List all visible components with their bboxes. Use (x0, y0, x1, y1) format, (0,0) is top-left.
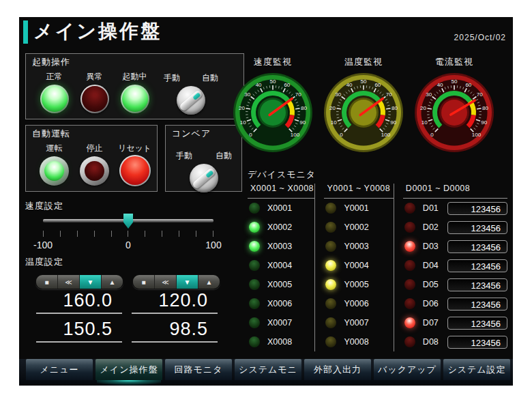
reset-button-cap (121, 156, 149, 185)
svg-text:10: 10 (331, 119, 337, 126)
svg-text:60: 60 (465, 82, 471, 88)
yellow-led-off (325, 241, 336, 252)
temp-button-group-1: ■≪▼▲ (35, 274, 123, 289)
lamp-label: 異常 (74, 71, 115, 83)
knob-handle (192, 167, 216, 190)
slider-ticks (43, 231, 213, 237)
svg-text:10: 10 (240, 119, 246, 126)
lamp-bulb-on (122, 86, 148, 112)
slider-thumb[interactable] (123, 214, 133, 229)
device-value-box[interactable]: 123456 (447, 202, 507, 215)
device-label: Y0006 (344, 299, 368, 308)
device-row: Y0005 (324, 275, 393, 294)
speed-slider[interactable]: -100 0 100 (43, 214, 213, 252)
device-label: D06 (423, 299, 439, 308)
lamp-label: 起動中 (115, 71, 155, 83)
device-value-box[interactable]: 123456 (447, 317, 507, 330)
knob-handle (179, 89, 203, 112)
svg-text:70: 70 (477, 91, 483, 98)
device-label: D02 (423, 222, 439, 232)
green-led-off (249, 260, 260, 271)
button-label: 運転 (34, 143, 74, 154)
rotary-knob[interactable] (177, 86, 205, 115)
start-mode-switch[interactable]: 手動 自動 (162, 72, 220, 115)
temp-seg-fast-button[interactable]: ≪ (58, 275, 80, 289)
device-row: X0007 (248, 313, 314, 332)
tab-0[interactable]: メニュー (26, 359, 93, 380)
dm-column-header: Y0001 ~ Y0008 (324, 184, 393, 199)
dm-column-1: Y0001 ~ Y0008Y0001Y0002Y0003Y0004Y0005Y0… (314, 184, 393, 351)
device-row: X0002 (248, 218, 314, 237)
device-value-box[interactable]: 123456 (447, 221, 507, 234)
red-led-on (404, 317, 415, 328)
rotary-knob[interactable] (190, 164, 218, 192)
push-button-lamp[interactable] (40, 156, 69, 186)
temp-seg-down-button[interactable]: ▼ (177, 275, 198, 289)
slider-mid-label: 0 (113, 240, 144, 250)
svg-text:70: 70 (295, 91, 301, 98)
device-value-box[interactable]: 123456 (447, 259, 507, 272)
slider-tick (128, 231, 128, 237)
device-value-box[interactable]: 123456 (447, 278, 507, 291)
device-label: Y0008 (344, 337, 368, 347)
indicator-unit-1: 異常 (74, 71, 115, 113)
temp-seg-up-button[interactable]: ▲ (198, 275, 220, 289)
temp-seg-down-button[interactable]: ▼ (80, 275, 102, 289)
speed-setting-title: 速度設定 (25, 200, 63, 212)
device-label: Y0007 (344, 318, 368, 328)
device-value-box[interactable]: 123456 (447, 298, 507, 311)
svg-text:90: 90 (299, 119, 306, 126)
indicator-lamp (80, 85, 109, 113)
dm-column-0: X0001 ~ X0008X0001X0002X0003X0004X0005X0… (248, 184, 314, 351)
device-row: Y0006 (324, 294, 393, 313)
svg-text:80: 80 (391, 105, 398, 111)
svg-text:20: 20 (329, 105, 336, 111)
temp-seg-up-button[interactable]: ▲ (102, 275, 123, 289)
tab-4[interactable]: 外部入出力 (304, 359, 371, 380)
date-display: 2025/Oct/02 (454, 33, 506, 42)
device-row: Y0007 (324, 313, 393, 332)
reset-button[interactable] (119, 155, 151, 186)
svg-text:90: 90 (390, 119, 396, 126)
svg-text:60: 60 (374, 82, 381, 88)
tab-1[interactable]: メイン操作盤 (95, 359, 162, 380)
device-row: X0005 (248, 275, 314, 294)
temp-seg-fast-button[interactable]: ≪ (155, 275, 177, 289)
temp-value-display-1[interactable]: 150.5 (36, 319, 122, 343)
tab-bar: メニューメイン操作盤回路モニタシステムモニタ外部入出力バックアップシステム設定 (19, 359, 513, 386)
device-row: Y0003 (324, 237, 393, 256)
svg-text:50: 50 (452, 78, 458, 85)
temp-setpoint-display-1[interactable]: 160.0 (36, 290, 122, 314)
tab-2[interactable]: 回路モニタ (165, 359, 232, 380)
temp-seg-stop-button[interactable]: ■ (133, 275, 155, 289)
switch-labels: 手動 自動 (162, 72, 220, 84)
dm-column-header: X0001 ~ X0008 (248, 184, 314, 199)
gauge-dial: 0102030405060708090100 (233, 72, 313, 153)
temp-setpoint-display-2[interactable]: 120.0 (132, 290, 218, 314)
tab-5[interactable]: バックアップ (374, 359, 441, 380)
red-led-off (404, 203, 415, 214)
slider-tick (179, 231, 179, 237)
device-label: Y0001 (344, 203, 368, 213)
slider-tick (77, 231, 78, 237)
temp-seg-stop-button[interactable]: ■ (36, 275, 58, 289)
device-value-box[interactable]: 123456 (447, 336, 507, 349)
temp-value-display-2[interactable]: 98.5 (132, 319, 218, 343)
push-button-lamp[interactable] (80, 156, 109, 186)
device-value-box[interactable]: 123456 (447, 240, 507, 253)
device-label: D07 (423, 318, 439, 328)
red-led-off (404, 222, 415, 233)
tab-3[interactable]: システムモニタ (235, 359, 301, 380)
slider-tick (111, 231, 112, 237)
svg-text:70: 70 (386, 91, 392, 98)
gauge-title: 電流監視 (413, 56, 496, 68)
tab-6[interactable]: システム設定 (443, 359, 510, 380)
conveyor-mode-switch[interactable]: 手動 自動 (175, 150, 233, 192)
indicator-lamp (121, 85, 149, 113)
device-label: D04 (423, 261, 439, 270)
yellow-led-on (325, 260, 336, 271)
svg-text:30: 30 (335, 91, 341, 98)
dm-column-header: D0001 ~ D0008 (403, 184, 507, 199)
device-row: Y0008 (324, 332, 393, 351)
start-operation-title: 起動操作 (32, 56, 70, 68)
